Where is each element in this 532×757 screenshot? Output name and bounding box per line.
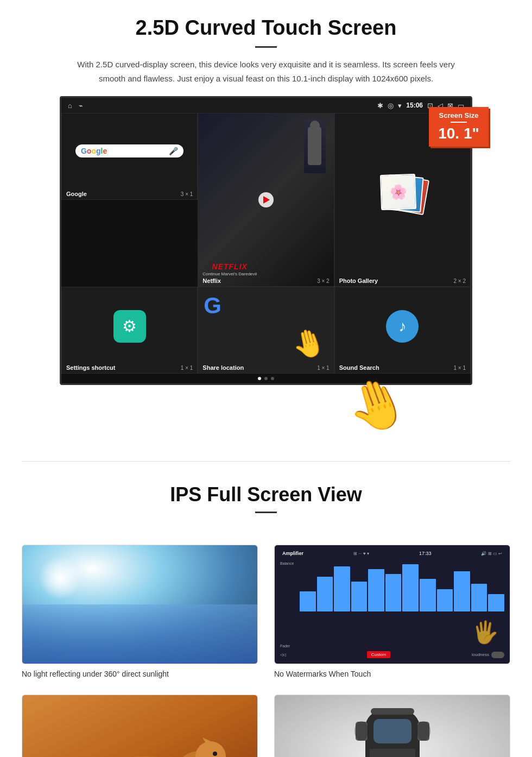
eq-bars-container xyxy=(300,559,504,614)
cheetah-figure xyxy=(22,695,257,757)
hand-below-screen: 🤚 xyxy=(54,385,478,434)
bluetooth-icon: ✱ xyxy=(377,102,383,110)
google-logo: Google xyxy=(81,147,107,155)
status-time: 15:06 xyxy=(406,102,423,109)
amp-topbar: Amplifier ⊞ ··· ♥ ▾ 17:33 🔊 ⊠ ▭ ↩ xyxy=(280,551,504,556)
section-ips-view: IPS Full Screen View xyxy=(0,478,532,534)
amp-eq-visual: 🖐 xyxy=(300,559,504,648)
google-search-bar[interactable]: Google 🎤 xyxy=(75,144,183,157)
eq-bar-10 xyxy=(454,571,470,611)
head-unit-screen: ⌂ ⌁ ✱ ◎ ▾ 15:06 ⊡ ◁ ⊠ ▭ xyxy=(60,96,472,385)
dot-2 xyxy=(264,377,268,380)
section1-description: With 2.5D curved-display screen, this de… xyxy=(76,58,456,85)
section2-title: IPS Full Screen View xyxy=(33,483,499,506)
netflix-person xyxy=(304,119,326,173)
hand-pointing-icon: 🤚 xyxy=(288,324,329,363)
status-bar: ⌂ ⌁ ✱ ◎ ▾ 15:06 ⊡ ◁ ⊠ ▭ xyxy=(61,98,471,113)
eq-bar-11 xyxy=(471,584,487,611)
svg-point-23 xyxy=(354,721,369,741)
netflix-label-overlay: NETFLIX Continue Marvel's Daredevil xyxy=(202,262,257,276)
eq-bar-3 xyxy=(334,566,350,611)
share-location-app-name: Share location xyxy=(202,364,244,371)
eq-bar-9 xyxy=(437,589,453,611)
sunlight-image xyxy=(22,545,258,664)
amp-icons: ⊞ ··· ♥ ▾ xyxy=(353,551,369,556)
amp-left-labels: Balance Fader xyxy=(280,559,296,648)
wifi-icon: ▾ xyxy=(398,102,402,110)
section1-title: 2.5D Curved Touch Screen xyxy=(33,16,499,40)
netflix-play-triangle xyxy=(263,196,270,204)
amp-content: Balance Fader xyxy=(280,559,504,648)
gear-icon: ⚙ xyxy=(122,317,137,336)
home-icon[interactable]: ⌂ xyxy=(68,102,72,110)
gallery-app-size: 2 × 2 xyxy=(453,278,466,284)
app-cell-share-location[interactable]: G 🤚 Share location 1 × 1 xyxy=(198,287,334,374)
section-curved-screen: 2.5D Curved Touch Screen With 2.5D curve… xyxy=(0,0,532,445)
netflix-label: Netflix 3 × 2 xyxy=(202,277,329,284)
feature-cheetah: Super Fast Response xyxy=(22,695,258,757)
google-g-letter: G xyxy=(204,293,221,318)
app-cell-netflix[interactable]: NETFLIX Continue Marvel's Daredevil Netf… xyxy=(198,113,334,287)
sound-icon-circle: ♪ xyxy=(386,310,419,343)
eq-bar-1 xyxy=(300,591,316,611)
usb-icon: ⌁ xyxy=(79,102,83,110)
badge-line xyxy=(451,122,467,123)
person-silhouette xyxy=(308,127,321,165)
feature-sunlight: No light reflecting under 360° direct su… xyxy=(22,545,258,678)
title-underline-1 xyxy=(255,46,277,48)
gallery-card-3: 🌸 xyxy=(380,173,416,210)
svg-rect-14 xyxy=(373,719,411,743)
netflix-logo: NETFLIX xyxy=(202,262,257,271)
svg-rect-15 xyxy=(370,749,415,757)
touch-hand-overlay: 🖐 xyxy=(472,620,499,645)
dot-1 xyxy=(258,377,261,380)
cheetah-svg xyxy=(48,716,232,757)
settings-app-size: 1 × 1 xyxy=(181,365,193,371)
status-bar-left: ⌂ ⌁ xyxy=(68,102,83,110)
amp-loudness-control: loudness xyxy=(472,652,504,658)
amplifier-caption: No Watermarks When Touch xyxy=(274,670,510,678)
cheetah-image xyxy=(22,695,258,757)
car-image xyxy=(274,695,510,757)
section-divider xyxy=(22,461,510,462)
eq-bar-12 xyxy=(488,594,504,611)
sunlight-caption: No light reflecting under 360° direct su… xyxy=(22,670,258,678)
sound-search-label: Sound Search 1 × 1 xyxy=(339,364,466,371)
device-wrapper: Screen Size 10. 1" ⌂ ⌁ ✱ ◎ ▾ 15:06 ⊡ ◁ xyxy=(54,96,478,434)
amplifier-image: Amplifier ⊞ ··· ♥ ▾ 17:33 🔊 ⊠ ▭ ↩ Balanc… xyxy=(274,545,510,664)
amp-fader-label: Fader xyxy=(280,644,296,648)
app-grid-row2: ⚙ Settings shortcut 1 × 1 G 🤚 xyxy=(61,287,471,374)
google-app-name: Google xyxy=(66,191,87,197)
title-underline-2 xyxy=(255,512,277,513)
settings-app-name: Settings shortcut xyxy=(66,364,115,371)
amp-balance-label: Balance xyxy=(280,562,296,565)
amp-bottom-bar: ◁◁ Custom loudness xyxy=(280,651,504,658)
music-note-icon: ♪ xyxy=(398,318,406,335)
sun-glare xyxy=(39,556,82,600)
netflix-app-name: Netflix xyxy=(202,277,221,284)
svg-point-2 xyxy=(195,741,226,757)
screen-size-badge: Screen Size 10. 1" xyxy=(429,107,489,147)
netflix-play-button[interactable] xyxy=(258,192,274,207)
settings-label: Settings shortcut 1 × 1 xyxy=(66,364,193,371)
google-label: Google 3 × 1 xyxy=(66,191,193,197)
badge-label: Screen Size xyxy=(434,111,483,119)
eq-bar-2 xyxy=(317,577,333,611)
eq-bar-5 xyxy=(368,569,384,611)
share-location-label: Share location 1 × 1 xyxy=(202,364,329,371)
app-cell-settings[interactable]: ⚙ Settings shortcut 1 × 1 xyxy=(61,287,198,374)
mic-icon: 🎤 xyxy=(169,147,178,155)
amp-title: Amplifier xyxy=(282,551,303,556)
loudness-toggle[interactable] xyxy=(491,652,504,658)
amp-time: 17:33 xyxy=(419,551,432,556)
eq-bar-6 xyxy=(385,574,402,611)
amp-custom-button[interactable]: Custom xyxy=(367,651,391,658)
amp-status-icons: 🔊 ⊠ ▭ ↩ xyxy=(481,551,502,556)
eq-bar-7 xyxy=(402,564,419,611)
svg-point-11 xyxy=(213,752,217,756)
app-cell-sound-search[interactable]: ♪ Sound Search 1 × 1 xyxy=(334,287,471,374)
badge-size: 10. 1" xyxy=(438,125,479,142)
netflix-app-size: 3 × 2 xyxy=(317,278,330,284)
svg-point-24 xyxy=(416,721,430,741)
app-cell-google[interactable]: Google 🎤 Google 3 × 1 xyxy=(61,113,198,200)
